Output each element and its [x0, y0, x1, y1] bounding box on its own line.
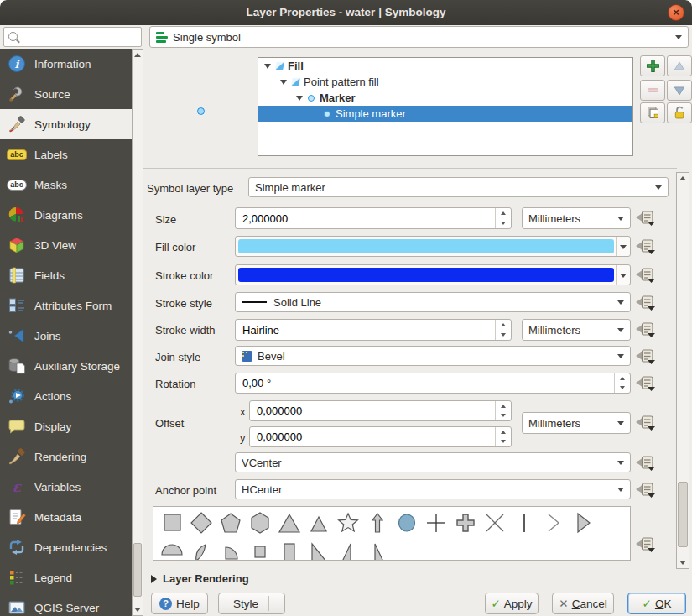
shape-diamond-icon[interactable]	[186, 509, 216, 535]
shape-hexagon-icon[interactable]	[245, 509, 274, 535]
form-scrollbar-thumb[interactable]	[678, 482, 688, 547]
shape-pentagon-icon[interactable]	[216, 509, 245, 535]
shape-cross-icon[interactable]	[421, 509, 450, 535]
tree-row-simple-marker[interactable]: Simple marker	[258, 106, 632, 122]
sidebar-item-information[interactable]: i Information	[0, 49, 132, 79]
shape-square-icon[interactable]	[157, 509, 186, 535]
spinner-buttons[interactable]	[495, 208, 511, 228]
offset-y-spinbox[interactable]	[249, 426, 512, 447]
scroll-up-icon[interactable]	[133, 50, 143, 60]
lock-color-button[interactable]	[667, 102, 692, 123]
size-input[interactable]	[241, 209, 496, 227]
stroke-width-unit-select[interactable]: Millimeters	[522, 319, 631, 341]
data-defined-override-offset[interactable]	[634, 414, 656, 432]
tree-row-fill[interactable]: Fill	[258, 58, 632, 74]
shape-cross2-icon[interactable]	[480, 509, 509, 535]
offset-y-input[interactable]	[255, 428, 496, 446]
sidebar-item-metadata[interactable]: Metadata	[0, 502, 132, 532]
scroll-up-icon[interactable]	[677, 173, 689, 184]
add-symbol-layer-button[interactable]	[640, 55, 665, 76]
renderer-select[interactable]: Single symbol	[149, 26, 689, 48]
sidebar-item-auxiliary-storage[interactable]: Auxiliary Storage	[0, 351, 132, 381]
tree-row-marker[interactable]: Marker	[258, 90, 632, 106]
sidebar-item-variables[interactable]: ε Variables	[0, 472, 132, 502]
data-defined-override-stroke-style[interactable]	[634, 294, 656, 312]
size-spinbox[interactable]	[235, 207, 512, 229]
sidebar-item-attributes-form[interactable]: Attributes Form	[0, 290, 132, 321]
sidebar-item-diagrams[interactable]: Diagrams	[0, 200, 132, 230]
shape-filled-arrowhead-icon[interactable]	[568, 509, 597, 535]
spinner-buttons[interactable]	[495, 320, 511, 340]
duplicate-symbol-layer-button[interactable]	[640, 102, 665, 123]
shape-third-circle-icon[interactable]	[186, 539, 216, 561]
rotation-input[interactable]	[241, 374, 615, 392]
layer-rendering-toggle[interactable]: Layer Rendering	[151, 572, 249, 585]
shape-cross-fill-icon[interactable]	[450, 509, 480, 535]
anchor-vertical-select[interactable]: VCenter	[235, 452, 631, 472]
sidebar-item-dependencies[interactable]: Dependencies	[0, 532, 132, 562]
cancel-button[interactable]: ✕Cancel	[552, 593, 614, 614]
spinner-buttons[interactable]	[495, 401, 511, 420]
shape-left-half-triangle-icon[interactable]	[362, 539, 392, 561]
move-layer-up-button[interactable]	[667, 55, 692, 76]
shape-semi-circle-icon[interactable]	[157, 539, 186, 561]
remove-symbol-layer-button[interactable]	[640, 80, 665, 101]
spinner-buttons[interactable]	[614, 373, 630, 393]
data-defined-override-anchor-horizontal[interactable]	[634, 481, 656, 499]
expand-icon[interactable]	[280, 80, 287, 85]
apply-button[interactable]: ✓Apply	[485, 593, 539, 614]
shape-star-icon[interactable]	[333, 509, 362, 535]
offset-x-spinbox[interactable]	[249, 400, 512, 421]
size-unit-select[interactable]: Millimeters	[522, 207, 631, 229]
sidebar-item-display[interactable]: Display	[0, 411, 132, 441]
marker-shape-gallery[interactable]	[153, 506, 631, 561]
shape-equilateral-triangle-icon[interactable]	[304, 509, 333, 535]
shape-quarter-circle-icon[interactable]	[216, 539, 245, 561]
form-scrollbar[interactable]	[676, 172, 689, 569]
shape-quarter-square-icon[interactable]	[245, 539, 274, 561]
expand-icon[interactable]	[296, 96, 303, 101]
sidebar-item-legend[interactable]: Legend	[0, 562, 132, 593]
sidebar-item-symbology[interactable]: Symbology	[0, 109, 132, 139]
search-input[interactable]	[23, 29, 140, 46]
shape-line-icon[interactable]	[509, 509, 539, 535]
offset-unit-select[interactable]: Millimeters	[522, 412, 631, 434]
join-style-select[interactable]: Bevel	[235, 346, 631, 366]
move-layer-down-button[interactable]	[667, 80, 692, 101]
shape-arrowhead-icon[interactable]	[539, 509, 568, 535]
stroke-style-select[interactable]: Solid Line	[235, 292, 631, 312]
symbol-layer-type-select[interactable]: Simple marker	[248, 177, 669, 197]
sidebar-item-3d-view[interactable]: 3D View	[0, 230, 132, 260]
shape-half-square-icon[interactable]	[274, 539, 304, 561]
data-defined-override-fill-color[interactable]	[634, 238, 656, 256]
search-box[interactable]	[3, 27, 142, 47]
fill-color-button[interactable]	[235, 236, 631, 257]
stroke-width-input[interactable]	[241, 321, 496, 339]
help-button[interactable]: ?Help	[151, 593, 208, 614]
sidebar-item-actions[interactable]: Actions	[0, 381, 132, 411]
close-icon[interactable]: ×	[668, 4, 684, 21]
rotation-spinbox[interactable]	[235, 373, 631, 394]
anchor-horizontal-select[interactable]: HCenter	[235, 479, 631, 499]
tree-row-point-pattern-fill[interactable]: Point pattern fill	[258, 74, 632, 90]
sidebar-item-fields[interactable]: Fields	[0, 260, 132, 290]
sidebar-item-rendering[interactable]: Rendering	[0, 441, 132, 472]
shape-arrow-icon[interactable]	[362, 509, 392, 535]
sidebar-item-joins[interactable]: Joins	[0, 321, 132, 351]
sidebar-scrollbar[interactable]	[132, 49, 143, 616]
shape-triangle-icon[interactable]	[274, 509, 304, 535]
data-defined-override-stroke-width[interactable]	[634, 321, 656, 339]
data-defined-override-stroke-color[interactable]	[634, 266, 656, 285]
symbol-layers-tree[interactable]: Fill Point pattern fill Marker Simple ma…	[258, 57, 633, 156]
stroke-color-button[interactable]	[235, 264, 631, 285]
data-defined-override-shape[interactable]	[634, 535, 656, 554]
data-defined-override-join-style[interactable]	[634, 347, 656, 366]
stroke-width-spinbox[interactable]	[235, 319, 512, 341]
sidebar-item-source[interactable]: Source	[0, 79, 132, 109]
spinner-buttons[interactable]	[495, 427, 511, 446]
data-defined-override-rotation[interactable]	[634, 374, 656, 393]
style-button[interactable]: Style	[218, 593, 285, 614]
data-defined-override-size[interactable]	[634, 209, 656, 227]
shape-right-half-triangle-icon[interactable]	[333, 539, 362, 561]
shape-circle-icon[interactable]	[392, 509, 421, 535]
